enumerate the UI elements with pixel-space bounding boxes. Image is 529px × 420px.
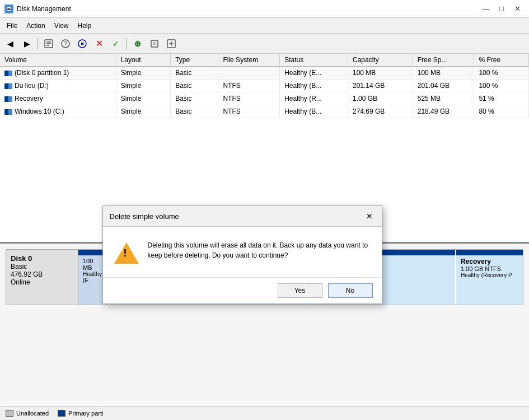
part1-status: Healthy (E: [83, 271, 104, 283]
part-recovery-status: Healthy (Recovery P: [461, 272, 518, 278]
dialog-title: Delete simple volume: [110, 212, 179, 221]
menu-help[interactable]: Help: [73, 20, 96, 31]
title-bar: Disk Management — □ ✕: [0, 0, 529, 18]
cell-capacity: 201.14 GB: [348, 80, 413, 92]
disk-name: Disk 0: [11, 254, 32, 263]
dialog-footer: Yes No: [103, 277, 382, 304]
table-row[interactable]: (Disk 0 partition 1)SimpleBasicHealthy (…: [0, 67, 529, 80]
cell-status: Healthy (B...: [280, 105, 348, 118]
part1-size: 100 MB: [83, 258, 104, 271]
volume-icon: [4, 96, 12, 102]
partition-recovery[interactable]: Recovery 1.00 GB NTFS Healthy (Recovery …: [456, 250, 523, 305]
col-free[interactable]: Free Sp...: [413, 54, 474, 67]
col-filesystem[interactable]: File System: [218, 54, 280, 67]
dialog-close-button[interactable]: ✕: [364, 211, 375, 222]
cell-status: Healthy (E...: [280, 67, 348, 80]
cell-type: Basic: [171, 105, 218, 118]
cell-free: 201.04 GB: [413, 80, 474, 92]
warning-icon-container: [114, 240, 139, 264]
cell-capacity: 274.69 GB: [348, 105, 413, 118]
delete-dialog: Delete simple volume ✕ Deleting this vol…: [102, 206, 382, 304]
more-button[interactable]: [163, 36, 179, 51]
cell-percent: 100 %: [474, 67, 529, 80]
legend-primary: Primary parti: [58, 410, 103, 417]
yes-button[interactable]: Yes: [278, 283, 322, 298]
cell-capacity: 1.00 GB: [348, 92, 413, 105]
cell-layout: Simple: [116, 92, 170, 105]
cell-volume: Windows 10 (C:): [0, 105, 116, 118]
volume-icon: [4, 83, 12, 89]
cell-status: Healthy (B...: [280, 80, 348, 92]
table-row[interactable]: Windows 10 (C:)SimpleBasicNTFSHealthy (B…: [0, 105, 529, 118]
maximize-button[interactable]: □: [494, 3, 509, 15]
disk-status: Online: [11, 278, 30, 286]
volume-icon: [4, 71, 12, 76]
cell-capacity: 100 MB: [348, 67, 413, 80]
part-recovery-name: Recovery: [461, 258, 518, 265]
format-button[interactable]: [147, 36, 162, 51]
cell-free: 100 MB: [413, 67, 474, 80]
col-type[interactable]: Type: [171, 54, 218, 67]
no-button[interactable]: No: [328, 283, 373, 298]
check-button[interactable]: ✓: [108, 36, 124, 51]
legend-unallocated: Unallocated: [6, 410, 49, 417]
minimize-button[interactable]: —: [479, 3, 493, 15]
menu-file[interactable]: File: [2, 20, 22, 31]
legend-bar: Unallocated Primary parti: [0, 406, 529, 420]
new-button[interactable]: ⊕: [130, 36, 146, 51]
cell-layout: Simple: [116, 105, 170, 118]
dialog-title-bar: Delete simple volume ✕: [103, 206, 382, 227]
cell-free: 218.49 GB: [413, 105, 474, 118]
cell-percent: 80 %: [474, 105, 529, 118]
cell-volume: Du lieu (D:): [0, 80, 116, 92]
part-recovery-size: 1.00 GB NTFS: [461, 265, 518, 272]
cell-free: 525 MB: [413, 92, 474, 105]
window-title: Disk Management: [17, 5, 71, 13]
cell-status: Healthy (R...: [280, 92, 348, 105]
dialog-message: Deleting this volume will erase all data…: [148, 240, 371, 260]
forward-button[interactable]: ▶: [19, 36, 35, 51]
cell-layout: Simple: [116, 67, 170, 80]
close-button[interactable]: ✕: [510, 3, 525, 15]
cell-type: Basic: [171, 80, 218, 92]
menu-bar: File Action View Help: [0, 18, 529, 34]
col-capacity[interactable]: Capacity: [348, 54, 413, 67]
delete-button[interactable]: ✕: [91, 36, 107, 51]
rescan-button[interactable]: [74, 36, 90, 51]
cell-volume: Recovery: [0, 92, 116, 105]
legend-unallocated-box: [6, 410, 13, 417]
warning-icon: [114, 242, 139, 264]
cell-percent: 51 %: [474, 92, 529, 105]
cell-filesystem: NTFS: [218, 92, 280, 105]
legend-primary-box: [58, 410, 65, 417]
disk-label: Disk 0 Basic 476.92 GB Online: [6, 249, 78, 305]
legend-primary-label: Primary parti: [68, 410, 103, 417]
table-row[interactable]: RecoverySimpleBasicNTFSHealthy (R...1.00…: [0, 92, 529, 105]
menu-view[interactable]: View: [50, 20, 73, 31]
col-percent[interactable]: % Free: [474, 54, 529, 67]
cell-volume: (Disk 0 partition 1): [0, 67, 116, 80]
cell-filesystem: [218, 67, 280, 80]
volume-table: Volume Layout Type File System Status Ca…: [0, 54, 529, 118]
volume-icon: [4, 109, 12, 115]
app-icon: [4, 4, 13, 13]
dialog-body: Deleting this volume will erase all data…: [103, 227, 382, 277]
cell-type: Basic: [171, 92, 218, 105]
cell-percent: 100 %: [474, 80, 529, 92]
legend-unallocated-label: Unallocated: [16, 410, 49, 417]
col-layout[interactable]: Layout: [116, 54, 170, 67]
back-button[interactable]: ◀: [2, 36, 18, 51]
help-button[interactable]: ?: [58, 36, 73, 51]
col-volume[interactable]: Volume: [0, 54, 116, 67]
properties-button[interactable]: [41, 36, 57, 51]
cell-filesystem: NTFS: [218, 80, 280, 92]
menu-action[interactable]: Action: [22, 20, 49, 31]
svg-rect-1: [7, 8, 11, 10]
col-status[interactable]: Status: [280, 54, 348, 67]
disk-type: Basic: [11, 263, 27, 270]
svg-rect-9: [81, 43, 83, 45]
svg-text:?: ?: [64, 41, 68, 47]
disk-size: 476.92 GB: [11, 270, 43, 278]
table-row[interactable]: Du lieu (D:)SimpleBasicNTFSHealthy (B...…: [0, 80, 529, 92]
toolbar: ◀ ▶ ? ✕ ✓ ⊕: [0, 34, 529, 54]
